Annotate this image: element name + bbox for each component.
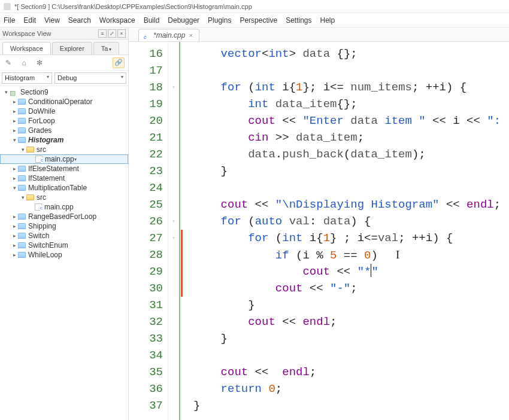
- code-line[interactable]: cin >> data_item;: [193, 129, 509, 146]
- code-line[interactable]: }: [193, 397, 509, 414]
- panel-menu-icon[interactable]: ≡: [98, 29, 107, 38]
- tree-twisty-icon[interactable]: ▸: [11, 166, 18, 172]
- tree-twisty-icon[interactable]: ▾: [19, 147, 26, 153]
- tree-item-main-cpp[interactable]: main.cpp: [0, 202, 128, 212]
- tree-item-histogram[interactable]: ▾Histogram: [0, 135, 128, 145]
- code-line[interactable]: }: [193, 297, 509, 314]
- modified-line-marker: [181, 179, 183, 196]
- app-icon: [4, 3, 11, 10]
- tree-twisty-icon[interactable]: ▾: [2, 89, 10, 95]
- tree-twisty-icon[interactable]: ▸: [11, 214, 18, 220]
- link-with-editor-button[interactable]: 🔗: [113, 57, 125, 68]
- code-line[interactable]: }: [193, 330, 509, 347]
- tree-twisty-icon[interactable]: ▾: [11, 185, 18, 191]
- tree-item-rangebasedforloop[interactable]: ▸RangeBasedForLoop: [0, 212, 128, 221]
- tree-twisty-icon[interactable]: ▸: [11, 223, 18, 229]
- tree-item-grades[interactable]: ▸Grades: [0, 126, 128, 135]
- line-number: 30: [129, 280, 163, 297]
- line-number: 35: [129, 364, 163, 381]
- code-line[interactable]: [193, 179, 509, 196]
- code-line[interactable]: [193, 62, 509, 79]
- tree-item-ifelsestatement[interactable]: ▸IfElseStatement: [0, 164, 128, 174]
- code-line[interactable]: cout << "-";: [193, 280, 509, 297]
- code-line[interactable]: for (int i{1}; i<= num_items; ++i) {: [193, 79, 509, 96]
- fold-marker-icon[interactable]: ▿: [168, 79, 179, 96]
- code-line[interactable]: vector<int> data {};: [193, 45, 509, 62]
- panel-close-icon[interactable]: ×: [117, 29, 126, 38]
- menu-edit[interactable]: Edit: [23, 16, 36, 25]
- panel-minimize-icon[interactable]: ⤢: [108, 29, 116, 38]
- menu-help[interactable]: Help: [320, 16, 335, 25]
- home-icon[interactable]: ⌂: [19, 58, 29, 68]
- tree-item-forloop[interactable]: ▸ForLoop: [0, 116, 128, 126]
- menu-settings[interactable]: Settings: [286, 16, 311, 25]
- project-tree[interactable]: ▾Section9▸ConditionalOperator▸DoWhile▸Fo…: [0, 86, 128, 420]
- editor-tab-label: *main.cpp: [153, 31, 185, 39]
- code-editor[interactable]: 1617181920212223242526272829303132333435…: [129, 42, 509, 420]
- tree-item-shipping[interactable]: ▸Shipping: [0, 221, 128, 231]
- fold-marker-icon[interactable]: ▿: [168, 230, 179, 246]
- tree-item-src[interactable]: ▾src: [0, 145, 128, 154]
- tree-item-conditionaloperator[interactable]: ▸ConditionalOperator: [0, 97, 128, 106]
- tree-twisty-icon[interactable]: ▸: [11, 242, 18, 248]
- project-select[interactable]: Histogram: [2, 72, 52, 84]
- code-line[interactable]: cout << "*": [193, 263, 509, 280]
- tree-twisty-icon[interactable]: ▾: [19, 194, 26, 200]
- tree-twisty-icon[interactable]: ▸: [11, 175, 18, 181]
- tree-item-section9[interactable]: ▾Section9: [0, 87, 128, 97]
- menu-perspective[interactable]: Perspective: [240, 16, 277, 25]
- tree-item-ifstatement[interactable]: ▸IfStatement: [0, 174, 128, 183]
- code-line[interactable]: cout << "Enter data item " << i << ": ";: [193, 112, 509, 129]
- code-line[interactable]: cout << "\nDisplaying Histogram" << endl…: [193, 196, 509, 213]
- fold-marker-icon[interactable]: ▿: [168, 213, 179, 230]
- workspace-tab-workspace[interactable]: Workspace: [2, 42, 51, 54]
- tree-twisty-icon[interactable]: ▸: [11, 108, 18, 114]
- code-line[interactable]: if (i % 5 == 0)I: [193, 246, 509, 263]
- menu-search[interactable]: Search: [68, 16, 91, 25]
- modified-line-marker: [181, 246, 183, 263]
- line-number: 28: [129, 246, 163, 263]
- workspace-tab-ta[interactable]: Ta: [93, 42, 120, 54]
- cursor-icon[interactable]: ✎: [4, 58, 13, 68]
- code-line[interactable]: for (auto val: data) {: [193, 213, 509, 230]
- menu-plugins[interactable]: Plugins: [208, 16, 231, 25]
- menu-bar: FileEditViewSearchWorkspaceBuildDebugger…: [0, 13, 509, 28]
- tree-twisty-icon[interactable]: ▾: [11, 137, 18, 143]
- folder-icon: [18, 108, 26, 114]
- tree-twisty-icon[interactable]: ▸: [11, 118, 18, 124]
- close-icon[interactable]: ×: [189, 32, 192, 39]
- menu-view[interactable]: View: [44, 16, 60, 25]
- code-content[interactable]: vector<int> data {}; for (int i{1}; i<= …: [183, 42, 509, 420]
- fold-marker-icon: [168, 330, 179, 347]
- modified-line-marker: [181, 280, 183, 297]
- tree-item-whileloop[interactable]: ▸WhileLoop: [0, 250, 128, 260]
- code-line[interactable]: [193, 347, 509, 364]
- tree-twisty-icon[interactable]: ▸: [11, 127, 18, 133]
- fold-column[interactable]: ▿▿▿: [168, 42, 180, 420]
- code-line[interactable]: int data_item{};: [193, 96, 509, 112]
- workspace-tab-explorer[interactable]: Explorer: [52, 42, 92, 54]
- tree-twisty-icon[interactable]: ▸: [11, 99, 18, 105]
- code-line[interactable]: return 0;: [193, 381, 509, 397]
- config-select[interactable]: Debug: [54, 72, 126, 84]
- tree-item-multiplicationtable[interactable]: ▾MultiplicationTable: [0, 183, 128, 193]
- code-line[interactable]: data.push_back(data_item);: [193, 146, 509, 163]
- tree-item-switch[interactable]: ▸Switch: [0, 231, 128, 241]
- editor-tab-main-cpp[interactable]: *main.cpp ×: [138, 29, 199, 41]
- menu-build[interactable]: Build: [144, 16, 160, 25]
- code-line[interactable]: for (int i{1} ; i<=val; ++i) {: [193, 230, 509, 246]
- tree-twisty-icon[interactable]: ▸: [11, 233, 18, 239]
- menu-file[interactable]: File: [4, 16, 15, 25]
- menu-workspace[interactable]: Workspace: [99, 16, 135, 25]
- tree-item-switchenum[interactable]: ▸SwitchEnum: [0, 241, 128, 250]
- code-line[interactable]: cout << endl;: [193, 364, 509, 381]
- code-line[interactable]: }: [193, 163, 509, 179]
- tree-item-main-cpp[interactable]: main.cpp: [0, 154, 128, 164]
- code-line[interactable]: cout << endl;: [193, 314, 509, 330]
- tree-item-src[interactable]: ▾src: [0, 193, 128, 202]
- tree-twisty-icon[interactable]: ▸: [11, 252, 18, 258]
- menu-debugger[interactable]: Debugger: [168, 16, 199, 25]
- gear-icon[interactable]: ✻: [35, 58, 44, 68]
- tree-item-dowhile[interactable]: ▸DoWhile: [0, 106, 128, 116]
- modified-indicator-bar: [180, 42, 183, 420]
